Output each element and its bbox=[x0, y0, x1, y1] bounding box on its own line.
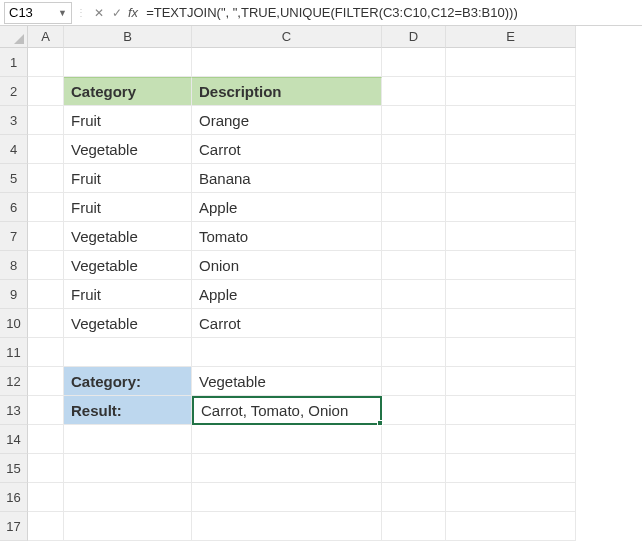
table-row[interactable]: Carrot bbox=[192, 309, 382, 338]
cell-blank[interactable] bbox=[192, 338, 382, 367]
cell-blank[interactable] bbox=[446, 512, 576, 541]
cell-blank[interactable] bbox=[64, 512, 192, 541]
cell-blank[interactable] bbox=[382, 135, 446, 164]
cell-blank[interactable] bbox=[446, 193, 576, 222]
cell-blank[interactable] bbox=[28, 77, 64, 106]
active-cell[interactable]: Carrot, Tomato, Onion bbox=[192, 396, 382, 425]
row-header-6[interactable]: 6 bbox=[0, 193, 28, 222]
row-header-14[interactable]: 14 bbox=[0, 425, 28, 454]
cancel-icon[interactable]: ✕ bbox=[90, 4, 108, 22]
cell-blank[interactable] bbox=[28, 425, 64, 454]
cell-blank[interactable] bbox=[382, 396, 446, 425]
cell-blank[interactable] bbox=[382, 425, 446, 454]
cell-blank[interactable] bbox=[192, 425, 382, 454]
table-row[interactable]: Fruit bbox=[64, 106, 192, 135]
cell-blank[interactable] bbox=[382, 106, 446, 135]
cell-blank[interactable] bbox=[28, 135, 64, 164]
cell-blank[interactable] bbox=[28, 396, 64, 425]
row-header-12[interactable]: 12 bbox=[0, 367, 28, 396]
cell-blank[interactable] bbox=[382, 164, 446, 193]
table-row[interactable]: Fruit bbox=[64, 193, 192, 222]
cell-blank[interactable] bbox=[64, 454, 192, 483]
cell-blank[interactable] bbox=[382, 512, 446, 541]
row-header-13[interactable]: 13 bbox=[0, 396, 28, 425]
cell-blank[interactable] bbox=[446, 106, 576, 135]
cell-blank[interactable] bbox=[382, 77, 446, 106]
row-header-1[interactable]: 1 bbox=[0, 48, 28, 77]
cell-blank[interactable] bbox=[28, 309, 64, 338]
cell-blank[interactable] bbox=[28, 512, 64, 541]
cell-blank[interactable] bbox=[446, 425, 576, 454]
cell-blank[interactable] bbox=[28, 367, 64, 396]
table-row[interactable]: Fruit bbox=[64, 280, 192, 309]
table-row[interactable]: Vegetable bbox=[64, 251, 192, 280]
cell-blank[interactable] bbox=[446, 164, 576, 193]
select-all-corner[interactable] bbox=[0, 26, 28, 48]
cell-blank[interactable] bbox=[28, 193, 64, 222]
cell-blank[interactable] bbox=[192, 483, 382, 512]
confirm-icon[interactable]: ✓ bbox=[108, 4, 126, 22]
cell-blank[interactable] bbox=[446, 367, 576, 396]
table-row[interactable]: Carrot bbox=[192, 135, 382, 164]
cell-blank[interactable] bbox=[446, 251, 576, 280]
table-row[interactable]: Vegetable bbox=[64, 135, 192, 164]
row-header-8[interactable]: 8 bbox=[0, 251, 28, 280]
col-header-D[interactable]: D bbox=[382, 26, 446, 48]
row-header-9[interactable]: 9 bbox=[0, 280, 28, 309]
cell-blank[interactable] bbox=[64, 338, 192, 367]
fill-handle[interactable] bbox=[377, 420, 383, 426]
cell-blank[interactable] bbox=[28, 106, 64, 135]
cell-blank[interactable] bbox=[64, 425, 192, 454]
cell-blank[interactable] bbox=[64, 483, 192, 512]
cell-blank[interactable] bbox=[28, 280, 64, 309]
row-header-15[interactable]: 15 bbox=[0, 454, 28, 483]
cell-blank[interactable] bbox=[446, 483, 576, 512]
cell-blank[interactable] bbox=[382, 483, 446, 512]
cell-blank[interactable] bbox=[446, 454, 576, 483]
cell-blank[interactable] bbox=[446, 135, 576, 164]
filter-result-label[interactable]: Result: bbox=[64, 396, 192, 425]
filter-category-label[interactable]: Category: bbox=[64, 367, 192, 396]
cell-blank[interactable] bbox=[382, 48, 446, 77]
cell-blank[interactable] bbox=[28, 483, 64, 512]
col-header-C[interactable]: C bbox=[192, 26, 382, 48]
row-header-17[interactable]: 17 bbox=[0, 512, 28, 541]
table-row[interactable]: Orange bbox=[192, 106, 382, 135]
cell-blank[interactable] bbox=[382, 367, 446, 396]
table-row[interactable]: Banana bbox=[192, 164, 382, 193]
cell-blank[interactable] bbox=[192, 48, 382, 77]
cell-blank[interactable] bbox=[446, 280, 576, 309]
cell-blank[interactable] bbox=[382, 280, 446, 309]
cell-blank[interactable] bbox=[446, 396, 576, 425]
cell-blank[interactable] bbox=[382, 338, 446, 367]
cell-blank[interactable] bbox=[446, 309, 576, 338]
cell-blank[interactable] bbox=[192, 512, 382, 541]
cell-blank[interactable] bbox=[28, 222, 64, 251]
cell-blank[interactable] bbox=[28, 338, 64, 367]
cell-blank[interactable] bbox=[28, 454, 64, 483]
col-header-A[interactable]: A bbox=[28, 26, 64, 48]
table-row[interactable]: Vegetable bbox=[64, 222, 192, 251]
cell-blank[interactable] bbox=[64, 48, 192, 77]
chevron-down-icon[interactable]: ▼ bbox=[58, 8, 67, 18]
name-box[interactable]: C13 ▼ bbox=[4, 2, 72, 24]
cell-blank[interactable] bbox=[28, 48, 64, 77]
filter-category-value[interactable]: Vegetable bbox=[192, 367, 382, 396]
table-row[interactable]: Apple bbox=[192, 193, 382, 222]
row-header-5[interactable]: 5 bbox=[0, 164, 28, 193]
cell-blank[interactable] bbox=[446, 77, 576, 106]
cells-area[interactable]: CategoryDescriptionFruitOrangeVegetableC… bbox=[28, 48, 642, 541]
table-row[interactable]: Vegetable bbox=[64, 309, 192, 338]
table-header-category[interactable]: Category bbox=[64, 77, 192, 106]
cell-blank[interactable] bbox=[446, 48, 576, 77]
row-header-3[interactable]: 3 bbox=[0, 106, 28, 135]
table-row[interactable]: Onion bbox=[192, 251, 382, 280]
row-header-2[interactable]: 2 bbox=[0, 77, 28, 106]
row-header-16[interactable]: 16 bbox=[0, 483, 28, 512]
row-header-10[interactable]: 10 bbox=[0, 309, 28, 338]
col-header-B[interactable]: B bbox=[64, 26, 192, 48]
row-header-4[interactable]: 4 bbox=[0, 135, 28, 164]
fx-icon[interactable]: fx bbox=[128, 5, 138, 20]
table-row[interactable]: Tomato bbox=[192, 222, 382, 251]
row-header-11[interactable]: 11 bbox=[0, 338, 28, 367]
